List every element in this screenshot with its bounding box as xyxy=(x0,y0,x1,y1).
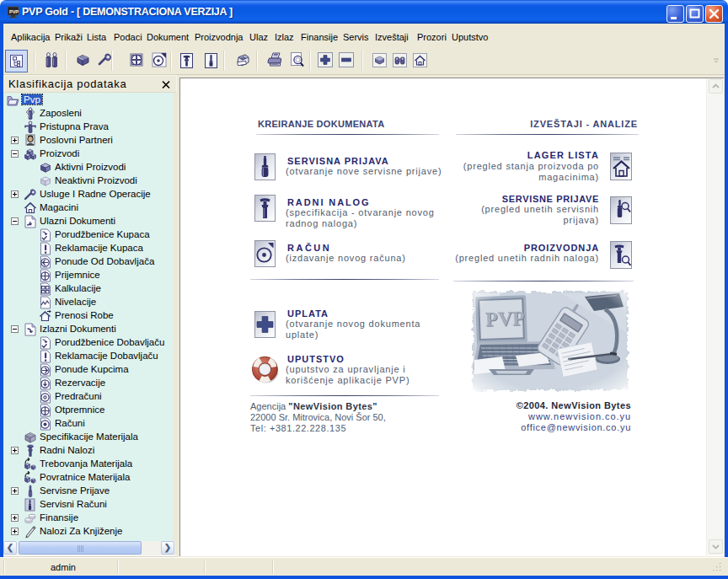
svg-text:PVP: PVP xyxy=(9,9,19,14)
